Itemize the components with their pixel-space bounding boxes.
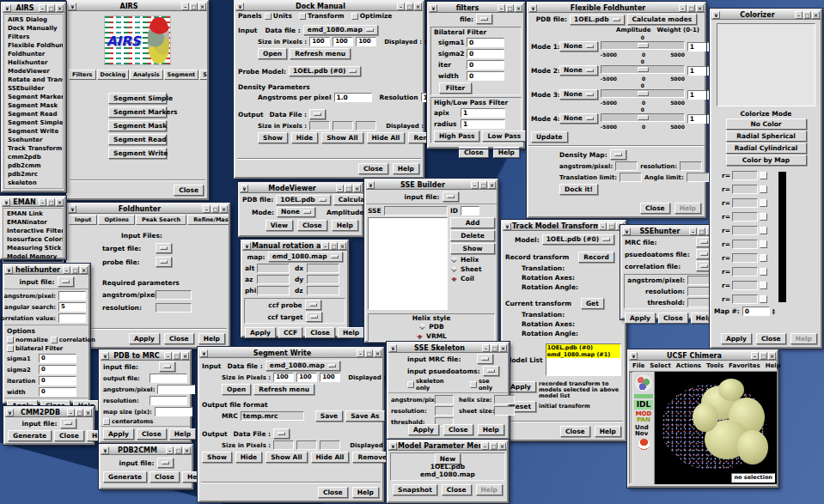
close-icon[interactable]: × <box>414 3 422 10</box>
param-input[interactable] <box>687 276 710 285</box>
help-button[interactable]: Help <box>338 327 364 338</box>
maximize-icon[interactable]: □ <box>365 349 373 357</box>
close-icon[interactable]: × <box>339 242 346 250</box>
field-input[interactable]: 1 <box>461 108 505 118</box>
ccf-probe-select[interactable] <box>305 300 321 310</box>
tool-icon[interactable] <box>638 439 650 450</box>
get-button[interactable]: Get <box>581 298 604 309</box>
menu-item[interactable]: Segment Mask <box>4 101 63 110</box>
window-menu-icon[interactable]: ∨ <box>200 349 208 357</box>
field-input[interactable]: 0 <box>467 38 504 47</box>
close-icon[interactable]: × <box>374 349 381 357</box>
menu-item[interactable]: Interactive Filter <box>3 227 63 235</box>
menu-item[interactable]: SSEbuilder <box>4 84 63 93</box>
window-menu-icon[interactable]: ∨ <box>389 344 397 352</box>
titlebar[interactable]: ∨ Manual rotation and tran – □ × <box>242 241 347 251</box>
model-list-item[interactable]: 1OEL.pdb (#0) <box>546 344 620 351</box>
help-button[interactable]: Help <box>493 147 520 158</box>
angle-limit-input[interactable] <box>687 173 709 182</box>
help-button[interactable]: Help <box>674 203 701 214</box>
save-as-button[interactable]: Save As <box>345 410 384 422</box>
window-menu-icon[interactable]: ∨ <box>389 442 397 450</box>
close-button[interactable]: Close <box>174 185 204 196</box>
show-hide-button[interactable]: Show All <box>321 132 363 143</box>
help-button[interactable]: Help <box>790 333 817 344</box>
segment-button[interactable]: Segment Read <box>108 134 167 145</box>
maximize-icon[interactable]: □ <box>71 266 79 274</box>
out-size-input[interactable] <box>333 121 353 131</box>
tab[interactable]: Segment <box>164 70 199 80</box>
menu[interactable]: Select <box>650 362 670 369</box>
maximize-icon[interactable]: □ <box>345 185 352 192</box>
input-file-select[interactable] <box>157 458 174 468</box>
close-button[interactable]: Close <box>305 327 335 338</box>
input-file-select[interactable] <box>60 418 76 428</box>
maximize-icon[interactable]: □ <box>330 242 338 250</box>
generate-button[interactable]: Generate <box>8 430 52 441</box>
close-icon[interactable]: × <box>768 352 776 360</box>
minimize-icon[interactable]: – <box>689 228 697 235</box>
translation-input[interactable] <box>307 264 339 273</box>
weight-input[interactable]: 1 <box>687 90 710 100</box>
window-menu-icon[interactable]: ∨ <box>504 222 511 230</box>
field-input[interactable]: 0 <box>39 387 76 397</box>
menu-item[interactable]: EMANinator <box>3 218 63 227</box>
minimize-icon[interactable]: – <box>321 242 329 250</box>
minimize-icon[interactable]: – <box>599 222 607 230</box>
radius-input[interactable] <box>732 198 758 208</box>
slider-handle[interactable] <box>638 67 649 72</box>
size-input[interactable]: 100 <box>309 37 330 46</box>
titlebar[interactable]: ∨ Model Parameter Memories – □ × <box>388 441 507 451</box>
pdb-radio[interactable]: PDB <box>369 322 494 331</box>
menu[interactable]: Actions <box>676 362 701 369</box>
memory-item[interactable]: emd_1080.map <box>393 471 503 478</box>
field-input[interactable]: 1 <box>461 119 505 129</box>
map-select[interactable]: emd_1080.map <box>268 252 343 262</box>
param-input[interactable] <box>687 298 710 307</box>
radius-input[interactable] <box>732 253 758 263</box>
maximize-icon[interactable]: □ <box>803 11 811 19</box>
close-icon[interactable]: × <box>56 198 64 206</box>
titlebar[interactable]: ∨ SSE Builder – □ × <box>366 180 497 190</box>
generate-button[interactable]: Generate <box>103 471 147 483</box>
color-swatch[interactable] <box>760 268 767 276</box>
titlebar[interactable]: ∨ SSEhunter – □ × <box>622 227 715 236</box>
tab[interactable]: Refine/Mask. <box>187 215 229 225</box>
window-menu-icon[interactable]: ∨ <box>630 352 638 360</box>
field-input[interactable] <box>150 396 187 405</box>
model-listbox[interactable]: 1OEL.pdb (#0)emd_1080.map (#1) <box>546 343 621 376</box>
out-size-input[interactable] <box>273 440 294 450</box>
titlebar[interactable]: ∨ AIRS – □ × <box>68 2 207 11</box>
apply-button[interactable]: Apply <box>245 327 276 338</box>
colorize-mode-button[interactable]: Color by Map <box>726 155 807 166</box>
apply-button[interactable]: Apply <box>625 313 656 324</box>
apix-input[interactable] <box>156 290 192 300</box>
titlebar[interactable]: ∨ filters – □ × <box>429 3 523 13</box>
centeratoms-checkbox[interactable]: centeratoms <box>103 418 153 425</box>
apply-button[interactable]: Apply <box>505 381 536 392</box>
segment-button[interactable]: Segment Markers <box>108 106 167 118</box>
maximize-icon[interactable]: □ <box>479 181 487 189</box>
delete-button[interactable]: Delete <box>450 230 495 241</box>
map-number-input[interactable]: 0 <box>742 307 770 316</box>
window-menu-icon[interactable]: ∨ <box>69 205 76 213</box>
save-button[interactable]: Save <box>315 410 343 422</box>
close-button[interactable]: Close <box>640 203 670 214</box>
titlebar[interactable]: ∨ Foldhunter – □ × <box>68 204 229 214</box>
show-hide-button[interactable]: Hide <box>235 452 262 463</box>
snapshot-button[interactable]: Snapshot <box>393 484 437 495</box>
tab[interactable]: Peak Search <box>136 215 186 225</box>
amplitude-slider[interactable] <box>601 65 685 74</box>
radius-input[interactable] <box>732 267 758 276</box>
weight-input[interactable]: 1 <box>687 114 710 124</box>
color-swatch[interactable] <box>760 295 767 303</box>
out-size-input[interactable] <box>356 121 376 131</box>
amplitude-slider[interactable] <box>601 113 685 122</box>
file-select[interactable] <box>476 14 492 24</box>
slider-handle[interactable] <box>638 43 649 48</box>
vrml-radio[interactable]: VRML <box>369 331 494 341</box>
density-map-select[interactable] <box>610 149 626 160</box>
titlebar[interactable]: ∨ CMM2PDB – □ × <box>5 408 93 417</box>
minimize-icon[interactable]: – <box>164 352 172 360</box>
menu-item[interactable]: Segment Read <box>4 110 63 118</box>
